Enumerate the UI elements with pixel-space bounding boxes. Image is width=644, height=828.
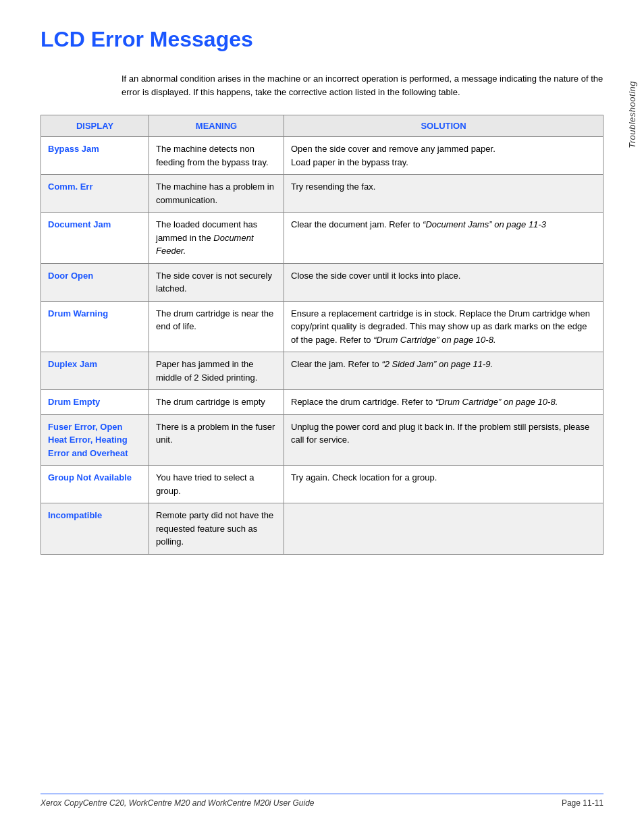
solution-cell: Clear the document jam. Refer to “Docume… [284,213,603,264]
meaning-cell: You have tried to select a group. [149,466,284,503]
table-row: Comm. ErrThe machine has a problem in co… [41,175,603,213]
meaning-cell: The drum cartridge is near the end of li… [149,301,284,352]
solution-cell: Unplug the power cord and plug it back i… [284,414,603,466]
display-cell: Incompatible [41,503,149,555]
display-cell: Duplex Jam [41,352,149,390]
table-row: Drum WarningThe drum cartridge is near t… [41,301,603,352]
side-label: Troubleshooting [627,81,637,148]
meaning-cell: The machine has a problem in communicati… [149,175,284,213]
meaning-cell: Paper has jammed in the middle of 2 Side… [149,352,284,390]
table-row: Door OpenThe side cover is not securely … [41,263,603,301]
header-solution: SOLUTION [284,115,603,137]
table-row: Group Not AvailableYou have tried to sel… [41,466,603,503]
footer-left-text: Xerox CopyCentre C20, WorkCentre M20 and… [41,798,315,808]
solution-cell: Clear the jam. Refer to “2 Sided Jam” on… [284,352,603,390]
meaning-cell: The side cover is not securely latched. [149,263,284,301]
meaning-cell: The drum cartridge is empty [149,390,284,415]
meaning-cell: The loaded document has jammed in the Do… [149,213,284,264]
table-row: IncompatibleRemote party did not have th… [41,503,603,555]
display-cell: Fuser Error, Open Heat Error, Heating Er… [41,414,149,466]
table-row: Bypass JamThe machine detects non feedin… [41,137,603,175]
display-cell: Comm. Err [41,175,149,213]
solution-cell: Open the side cover and remove any jamme… [284,137,603,175]
error-messages-table: DISPLAY MEANING SOLUTION Bypass JamThe m… [41,115,603,555]
solution-cell [284,503,603,555]
solution-cell: Replace the drum cartridge. Refer to “Dr… [284,390,603,415]
solution-cell: Close the side cover until it locks into… [284,263,603,301]
intro-text: If an abnormal condition arises in the m… [122,72,603,99]
solution-cell: Ensure a replacement cartridge is in sto… [284,301,603,352]
header-display: DISPLAY [41,115,149,137]
header-meaning: MEANING [149,115,284,137]
display-cell: Bypass Jam [41,137,149,175]
meaning-cell: The machine detects non feeding from the… [149,137,284,175]
solution-cell: Try again. Check location for a group. [284,466,603,503]
page-title: LCD Error Messages [41,27,603,52]
meaning-cell: There is a problem in the fuser unit. [149,414,284,466]
table-row: Fuser Error, Open Heat Error, Heating Er… [41,414,603,466]
display-cell: Door Open [41,263,149,301]
table-row: Duplex JamPaper has jammed in the middle… [41,352,603,390]
table-row: Document JamThe loaded document has jamm… [41,213,603,264]
meaning-cell: Remote party did not have the requested … [149,503,284,555]
display-cell: Document Jam [41,213,149,264]
solution-cell: Try resending the fax. [284,175,603,213]
table-header-row: DISPLAY MEANING SOLUTION [41,115,603,137]
page-footer: Xerox CopyCentre C20, WorkCentre M20 and… [41,794,603,808]
display-cell: Group Not Available [41,466,149,503]
footer-right-text: Page 11-11 [562,798,603,808]
table-row: Drum EmptyThe drum cartridge is emptyRep… [41,390,603,415]
display-cell: Drum Warning [41,301,149,352]
page-container: Troubleshooting LCD Error Messages If an… [0,0,644,828]
display-cell: Drum Empty [41,390,149,415]
